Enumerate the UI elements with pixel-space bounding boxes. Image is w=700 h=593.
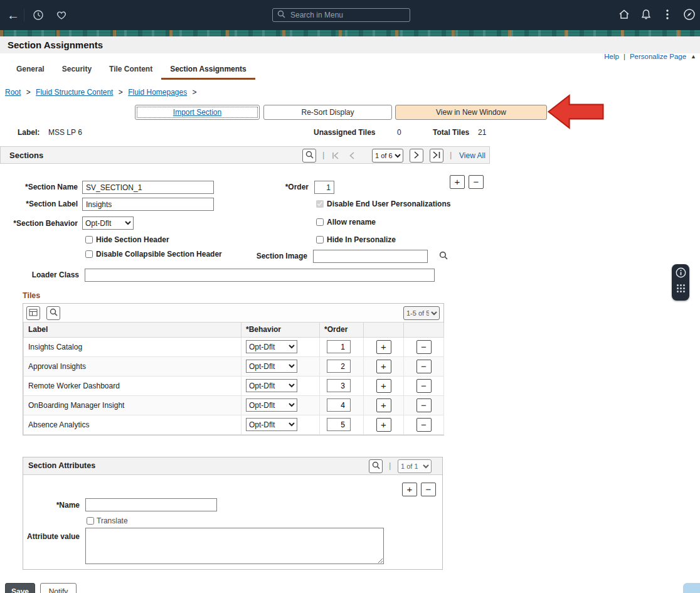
view-in-new-window-button[interactable]: View in New Window xyxy=(395,105,547,120)
translate-checkbox[interactable] xyxy=(87,517,94,525)
tile-order-input[interactable] xyxy=(327,398,351,412)
order-label: *Order xyxy=(271,183,309,191)
personalize-page-link[interactable]: Personalize Page xyxy=(630,53,686,60)
loader-class-input[interactable] xyxy=(85,269,435,282)
unassigned-tiles-caption: Unassigned Tiles xyxy=(314,128,375,137)
section-label-input[interactable] xyxy=(82,198,214,211)
sections-pager-select[interactable]: 1 of 6 xyxy=(372,149,403,163)
notifications-button[interactable] xyxy=(640,9,652,21)
section-attributes-title: Section Attributes xyxy=(28,461,95,470)
breadcrumb-link-fluid-structure-content[interactable]: Fluid Structure Content xyxy=(36,88,113,97)
favorites-button[interactable] xyxy=(55,9,68,22)
compass-icon xyxy=(683,8,696,23)
delete-attribute-button[interactable]: − xyxy=(421,483,436,496)
notify-button[interactable]: Notify xyxy=(40,583,77,593)
previous-page-button[interactable] xyxy=(349,152,355,159)
import-section-button[interactable]: Import Section xyxy=(135,105,260,120)
sections-find-button[interactable] xyxy=(302,149,316,163)
tab-bar: General Security Tile Content Section As… xyxy=(8,60,255,80)
tile-label: Absence Analytics xyxy=(24,415,241,434)
column-header-add xyxy=(364,323,404,337)
tile-order-input[interactable] xyxy=(327,360,351,373)
delete-row-button[interactable]: − xyxy=(416,379,432,393)
allow-rename-checkbox[interactable] xyxy=(316,218,324,226)
disable-collapsible-section-header-checkbox[interactable] xyxy=(85,250,93,258)
delete-row-button[interactable]: − xyxy=(416,398,432,412)
add-row-button[interactable]: + xyxy=(376,398,391,412)
order-input[interactable] xyxy=(314,181,334,194)
hide-in-personalize-checkbox[interactable] xyxy=(316,236,324,243)
add-attribute-button[interactable]: + xyxy=(402,483,417,496)
tab-section-assignments[interactable]: Section Assignments xyxy=(161,60,255,80)
first-page-button[interactable] xyxy=(331,152,340,159)
delete-section-button[interactable]: − xyxy=(469,175,484,189)
attributes-find-button[interactable] xyxy=(369,459,383,473)
help-link[interactable]: Help xyxy=(604,53,619,60)
help-info-widget[interactable] xyxy=(672,264,689,301)
table-row: Absence Analytics Opt-Dflt + − xyxy=(24,415,444,434)
attribute-value-textarea[interactable] xyxy=(85,528,384,564)
delete-row-button[interactable]: − xyxy=(416,418,432,432)
chevron-right-icon xyxy=(413,151,420,161)
add-section-button[interactable]: + xyxy=(450,175,465,189)
top-bar: ← xyxy=(0,0,700,30)
personalize-grid-button[interactable] xyxy=(26,306,40,320)
link-divider: | xyxy=(623,53,625,60)
home-button[interactable] xyxy=(617,9,631,21)
attributes-pager-select[interactable]: 1 of 1 xyxy=(398,459,432,473)
chat-widget-cutoff[interactable] xyxy=(683,583,700,593)
tab-tile-content[interactable]: Tile Content xyxy=(100,60,161,80)
last-page-button[interactable] xyxy=(430,149,443,163)
breadcrumb: Root > Fluid Structure Content > Fluid H… xyxy=(5,88,200,97)
view-all-link[interactable]: View All xyxy=(459,151,485,160)
tile-behavior-select[interactable]: Opt-Dflt xyxy=(246,398,297,412)
add-row-button[interactable]: + xyxy=(376,418,391,432)
recent-items-button[interactable] xyxy=(31,9,45,23)
next-page-button[interactable] xyxy=(410,149,423,163)
tile-behavior-select[interactable]: Opt-Dflt xyxy=(246,379,297,392)
attribute-name-input[interactable] xyxy=(85,498,217,511)
tile-behavior-select[interactable]: Opt-Dflt xyxy=(246,360,297,373)
tiles-pager-select[interactable]: 1-5 of 5 xyxy=(403,306,440,320)
delete-row-button[interactable]: − xyxy=(416,340,432,354)
sections-title: Sections xyxy=(9,151,43,160)
tab-security[interactable]: Security xyxy=(53,60,100,80)
table-row: Remote Worker Dashboard Opt-Dflt + − xyxy=(24,376,444,395)
back-button[interactable]: ← xyxy=(5,7,21,23)
topbar-divider xyxy=(24,9,24,21)
pager-divider: | xyxy=(450,150,452,159)
decorative-banner xyxy=(0,30,700,36)
total-tiles-caption: Total Tiles xyxy=(433,128,469,137)
section-behavior-select[interactable]: Opt-Dflt xyxy=(82,216,134,230)
tab-general[interactable]: General xyxy=(8,60,53,80)
table-header-row: Label *Behavior *Order xyxy=(24,323,444,337)
tile-order-input[interactable] xyxy=(327,340,351,353)
search-input[interactable] xyxy=(289,10,405,20)
scroll-top-icon[interactable]: ▲ xyxy=(691,53,696,60)
delete-row-button[interactable]: − xyxy=(416,360,432,373)
tiles-find-button[interactable] xyxy=(46,306,60,320)
section-image-lookup-icon[interactable] xyxy=(439,251,448,260)
section-label-label: *Section Label xyxy=(0,200,78,208)
save-button[interactable]: Save xyxy=(5,583,35,593)
breadcrumb-link-root[interactable]: Root xyxy=(5,88,21,97)
add-row-button[interactable]: + xyxy=(376,360,391,373)
breadcrumb-link-fluid-homepages[interactable]: Fluid Homepages xyxy=(128,88,187,97)
tile-order-input[interactable] xyxy=(327,418,351,431)
section-image-input[interactable] xyxy=(313,250,428,263)
navbar-button[interactable] xyxy=(682,8,696,22)
tile-behavior-select[interactable]: Opt-Dflt xyxy=(246,340,297,353)
label-caption: Label: xyxy=(18,128,40,137)
table-row: Approval Insights Opt-Dflt + − xyxy=(24,356,444,376)
disable-end-user-personalizations-checkbox[interactable] xyxy=(316,200,324,208)
section-behavior-label: *Section Behavior xyxy=(0,219,78,228)
breadcrumb-separator: > xyxy=(26,88,31,97)
add-row-button[interactable]: + xyxy=(376,340,391,354)
section-name-input[interactable] xyxy=(82,181,214,194)
tile-behavior-select[interactable]: Opt-Dflt xyxy=(246,418,297,431)
hide-section-header-checkbox[interactable] xyxy=(85,236,93,243)
actions-menu-button[interactable] xyxy=(664,9,671,21)
resort-display-button[interactable]: Re-Sort Display xyxy=(263,105,392,120)
tile-order-input[interactable] xyxy=(327,379,351,392)
add-row-button[interactable]: + xyxy=(376,379,391,393)
